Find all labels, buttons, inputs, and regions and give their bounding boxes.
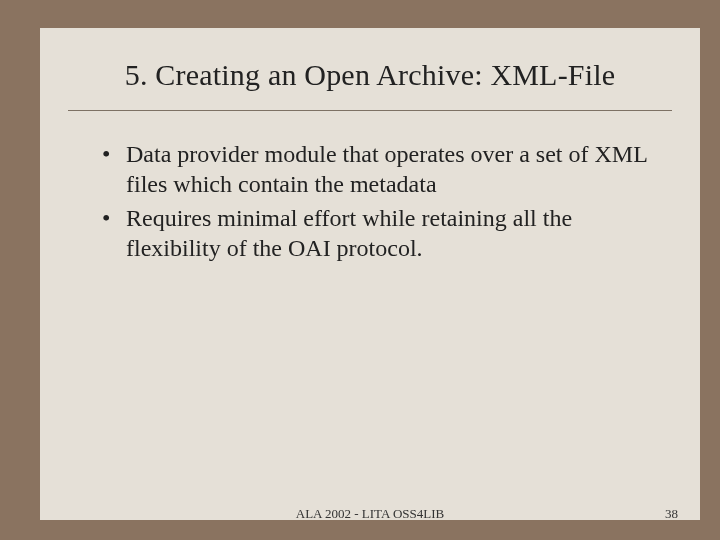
page-number: 38 [665,506,678,522]
bullet-list: Data provider module that operates over … [102,139,652,263]
footer-text: ALA 2002 - LITA OSS4LIB [296,506,444,522]
bullet-item: Data provider module that operates over … [102,139,652,199]
slide-title: 5. Creating an Open Archive: XML-File [40,28,700,104]
bullet-item: Requires minimal effort while retaining … [102,203,652,263]
slide: 5. Creating an Open Archive: XML-File Da… [40,28,700,520]
slide-content: Data provider module that operates over … [40,111,700,263]
